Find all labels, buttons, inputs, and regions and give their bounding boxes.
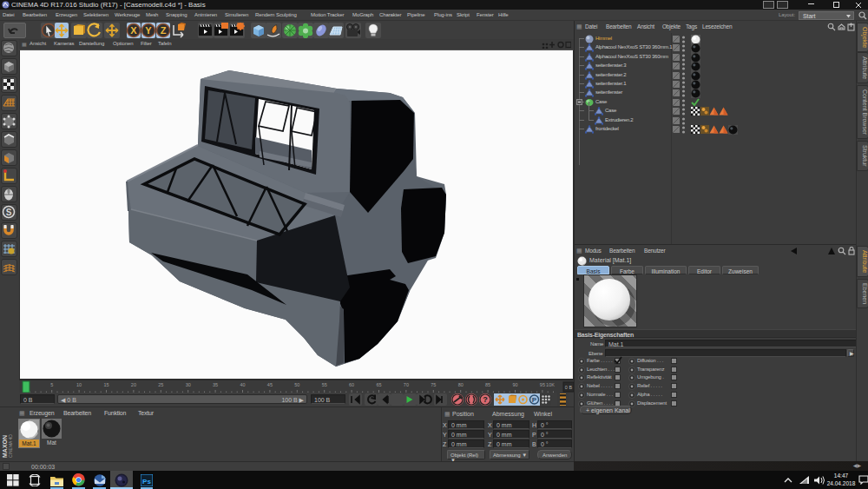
svg-text:85: 85 [485, 382, 490, 387]
svg-text:0 B: 0 B [565, 385, 573, 390]
svg-text:X: X [130, 25, 137, 36]
svg-text:70: 70 [404, 382, 409, 387]
svg-text:20: 20 [131, 382, 136, 387]
svg-text:?: ? [483, 395, 488, 404]
svg-text:30: 30 [186, 382, 191, 387]
svg-text:P: P [532, 396, 537, 404]
svg-text:35: 35 [213, 382, 218, 387]
svg-text:50: 50 [294, 382, 299, 387]
svg-text:95: 95 [540, 382, 545, 387]
svg-text:S: S [6, 208, 12, 217]
svg-text:60: 60 [349, 382, 354, 387]
svg-text:40: 40 [240, 382, 245, 387]
svg-text:55: 55 [322, 382, 327, 387]
svg-text:Y: Y [145, 25, 152, 36]
svg-text:25: 25 [158, 382, 163, 387]
svg-text:10: 10 [76, 382, 82, 387]
svg-text:Z: Z [161, 25, 167, 36]
svg-text:15: 15 [103, 382, 108, 387]
svg-text:10K: 10K [546, 382, 555, 387]
svg-text:65: 65 [376, 382, 381, 387]
svg-text:Ps: Ps [142, 478, 151, 486]
svg-text:45: 45 [267, 382, 273, 387]
svg-text:90: 90 [512, 382, 517, 387]
svg-text:5: 5 [50, 382, 53, 387]
svg-text:75: 75 [431, 382, 436, 387]
svg-text:80: 80 [458, 382, 464, 387]
